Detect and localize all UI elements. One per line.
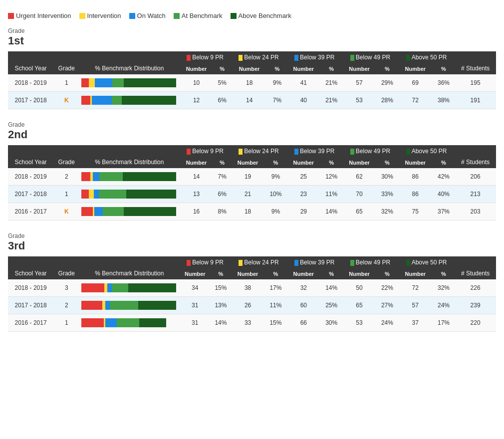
- bar-segment: [112, 78, 124, 87]
- percent-cell: 9%: [265, 168, 287, 186]
- bar-segment: [112, 283, 128, 292]
- percent-cell: 22%: [376, 279, 398, 297]
- subheader-percent: %: [214, 157, 231, 168]
- header-below9: Below 9 PR: [179, 51, 231, 63]
- grade-label: Grade: [8, 121, 496, 128]
- legend-item: Urgent Intervention: [8, 12, 71, 19]
- subheader-number: Number: [342, 63, 376, 74]
- number-cell: 31: [179, 314, 211, 332]
- subheader-number: Number: [179, 157, 213, 168]
- subheader-percent: %: [376, 63, 398, 74]
- students-cell: 203: [455, 203, 496, 220]
- legend-item: Intervention: [79, 12, 121, 19]
- subheader-percent: %: [376, 268, 398, 279]
- percent-cell: 24%: [433, 297, 455, 314]
- data-table: School YearGrade% Benchmark Distribution…: [8, 256, 496, 332]
- benchmark-bar: [81, 190, 176, 199]
- number-cell: 70: [342, 186, 376, 203]
- bar-segment: [81, 283, 104, 292]
- percent-cell: 37%: [433, 203, 455, 220]
- bar-segment: [128, 283, 177, 292]
- school-year-cell: 2018 - 2019: [8, 279, 53, 297]
- bar-segment: [105, 301, 110, 310]
- legend-label: Urgent Intervention: [16, 12, 71, 19]
- bar-segment: [99, 172, 122, 181]
- number-cell: 25: [286, 168, 320, 186]
- legend-color: [231, 13, 237, 19]
- subheader-percent: %: [433, 63, 455, 74]
- number-cell: 69: [398, 74, 433, 92]
- header-above50: Above 50 PR: [398, 256, 455, 268]
- table-row: 2016 - 201713114%3315%6630%5324%3717%220: [8, 314, 496, 332]
- legend-item: On Watch: [129, 12, 166, 19]
- benchmark-bar: [81, 78, 176, 87]
- table-row: 2017 - 201823113%2611%6025%6527%5724%239: [8, 297, 496, 314]
- school-year-cell: 2017 - 2018: [8, 186, 53, 203]
- percent-cell: 10%: [265, 186, 287, 203]
- percent-cell: 7%: [214, 168, 231, 186]
- percent-cell: 12%: [320, 168, 342, 186]
- grade-cell: 1: [53, 186, 79, 203]
- subheader-number: Number: [286, 268, 320, 279]
- bar-segment: [107, 283, 112, 292]
- bar-segment: [95, 78, 112, 87]
- number-cell: 50: [342, 279, 376, 297]
- percent-cell: 6%: [214, 92, 231, 109]
- number-cell: 86: [398, 168, 433, 186]
- number-cell: 10: [179, 74, 213, 92]
- students-cell: 206: [455, 168, 496, 186]
- grade-cell: 3: [53, 279, 79, 297]
- legend-color: [8, 13, 14, 19]
- students-cell: 195: [455, 74, 496, 92]
- number-cell: 32: [286, 279, 320, 297]
- number-cell: 40: [286, 92, 320, 109]
- percent-cell: 40%: [433, 186, 455, 203]
- grade-title: 3rd: [8, 239, 496, 252]
- bar-segment: [99, 190, 126, 199]
- school-year-cell: 2018 - 2019: [8, 74, 53, 92]
- percent-cell: 29%: [376, 74, 398, 92]
- grade-cell: 1: [53, 74, 79, 92]
- subheader-number: Number: [179, 63, 213, 74]
- percent-cell: 30%: [320, 314, 342, 332]
- school-year-cell: 2017 - 2018: [8, 92, 53, 109]
- percent-cell: 17%: [265, 279, 287, 297]
- table-row: 2018 - 20192147%199%2512%6230%8642%206: [8, 168, 496, 186]
- header-below24: Below 24 PR: [231, 145, 287, 157]
- subheader-number: Number: [286, 157, 320, 168]
- bar-segment: [105, 318, 116, 327]
- grade-title: 1st: [8, 34, 496, 47]
- percent-cell: 38%: [433, 92, 455, 109]
- header-above50: Above 50 PR: [398, 51, 455, 63]
- bar-segment: [123, 172, 177, 181]
- percent-cell: 14%: [320, 279, 342, 297]
- header-below24: Below 24 PR: [231, 256, 287, 268]
- number-cell: 18: [231, 203, 265, 220]
- bar-segment: [81, 78, 89, 87]
- percent-cell: 14%: [211, 314, 231, 332]
- percent-cell: 21%: [320, 74, 342, 92]
- school-year-cell: 2016 - 2017: [8, 203, 53, 220]
- legend-label: On Watch: [137, 12, 166, 19]
- percent-cell: 32%: [376, 203, 398, 220]
- number-cell: 65: [342, 297, 376, 314]
- benchmark-bar-cell: [79, 74, 179, 92]
- benchmark-bar-cell: [79, 186, 179, 203]
- table-row: 2016 - 2017K168%189%2914%6532%7537%203: [8, 203, 496, 220]
- subheader-number: Number: [231, 157, 265, 168]
- number-cell: 19: [231, 168, 265, 186]
- bar-segment: [124, 78, 176, 87]
- grade-section: Grade3rdSchool YearGrade% Benchmark Dist…: [8, 232, 496, 332]
- percent-cell: 36%: [433, 74, 455, 92]
- bar-segment: [110, 301, 138, 310]
- number-cell: 72: [398, 92, 433, 109]
- percent-cell: 8%: [214, 203, 231, 220]
- header-below9: Below 9 PR: [179, 256, 231, 268]
- legend-label: Above Benchmark: [239, 12, 291, 19]
- school-year-cell: 2017 - 2018: [8, 297, 53, 314]
- number-cell: 72: [398, 279, 433, 297]
- bar-segment: [112, 96, 122, 105]
- header-below49: Below 49 PR: [342, 51, 398, 63]
- subheader-percent: %: [320, 157, 342, 168]
- number-cell: 60: [286, 297, 320, 314]
